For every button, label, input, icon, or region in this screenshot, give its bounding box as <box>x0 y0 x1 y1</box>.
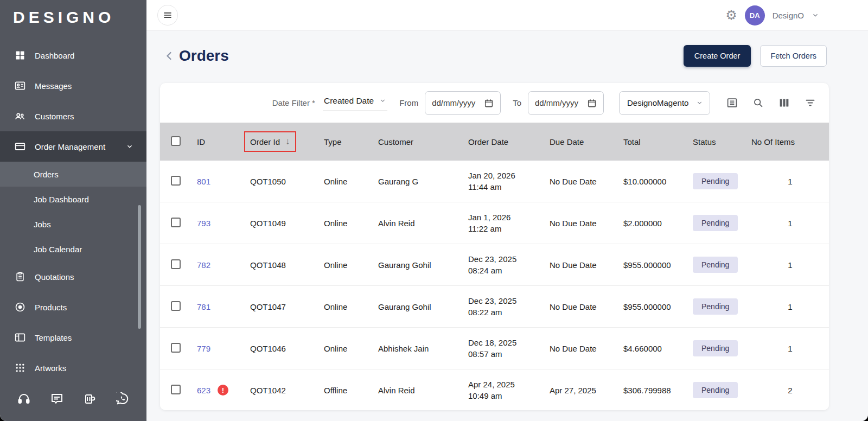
sidebar-item-dashboard[interactable]: Dashboard <box>0 40 146 71</box>
search-icon[interactable] <box>752 97 764 109</box>
chevron-down-icon <box>124 141 136 152</box>
order-id-link[interactable]: 793 <box>197 219 210 228</box>
sidebar-item-label: Jobs <box>34 220 51 229</box>
drink-icon[interactable] <box>83 392 96 406</box>
item-count-cell: 1 <box>788 302 792 311</box>
to-label: To <box>513 98 521 107</box>
date-filter-select[interactable]: Created Date <box>323 95 387 111</box>
order-date-line1: Dec 23, 2025 <box>468 295 550 307</box>
sidebar-item-jobs[interactable]: Jobs <box>0 212 146 237</box>
column-header-total[interactable]: Total <box>623 137 693 146</box>
column-header-order-id[interactable]: Order Id <box>250 137 280 146</box>
column-header-no-of-items[interactable]: No Of Items <box>751 137 829 146</box>
row-checkbox[interactable] <box>171 385 181 394</box>
sidebar-item-messages[interactable]: Messages <box>0 71 146 101</box>
store-select[interactable]: DesignoMagento <box>619 91 710 115</box>
user-avatar[interactable]: DA <box>745 5 765 25</box>
table-row: 781 ! QOT1047 Online Gaurang Gohil Dec 2… <box>160 286 829 328</box>
order-id-link[interactable]: 782 <box>197 260 210 270</box>
user-menu-chevron-icon[interactable] <box>812 11 819 19</box>
column-header-id[interactable]: ID <box>197 137 250 146</box>
table-row: 782 ! QOT1048 Online Gaurang Gohil Dec 2… <box>160 244 829 286</box>
column-header-due-date[interactable]: Due Date <box>550 137 623 146</box>
sidebar-item-label: Job Dashboard <box>34 195 89 204</box>
column-header-customer[interactable]: Customer <box>378 137 468 146</box>
select-all-checkbox[interactable] <box>171 136 181 146</box>
sidebar-item-customers[interactable]: Customers <box>0 101 146 131</box>
to-date-field[interactable] <box>528 91 604 115</box>
sidebar-item-orders[interactable]: Orders <box>0 162 146 187</box>
order-management-icon <box>14 141 26 152</box>
calendar-icon[interactable] <box>587 98 597 108</box>
sidebar: DESIGNO Dashboard Messages Customers <box>0 0 146 421</box>
row-checkbox[interactable] <box>171 176 181 186</box>
hamburger-menu-button[interactable] <box>157 5 178 25</box>
alert-icon: ! <box>218 385 228 396</box>
order-type-cell: Online <box>324 219 378 228</box>
due-date-cell: No Due Date <box>550 260 623 270</box>
quotations-icon <box>14 271 26 283</box>
row-checkbox[interactable] <box>171 343 181 353</box>
topbar: ⚙ DA DesignO <box>146 0 868 31</box>
fetch-orders-button[interactable]: Fetch Orders <box>760 45 827 67</box>
sidebar-item-label: Quotations <box>35 272 74 282</box>
sidebar-footer <box>0 392 146 406</box>
whatsapp-icon[interactable] <box>116 392 129 406</box>
order-number-cell: QOT1048 <box>250 260 324 270</box>
column-header-order-date[interactable]: Order Date <box>468 137 550 146</box>
from-date-field[interactable] <box>425 91 501 115</box>
sidebar-item-products[interactable]: Products <box>0 292 146 322</box>
customer-cell: Abhishek Jain <box>378 344 468 353</box>
settings-gear-icon[interactable]: ⚙ <box>725 9 737 22</box>
list-view-icon[interactable] <box>726 97 738 109</box>
table-toolbar: Date Filter * Created Date From To <box>160 83 829 123</box>
row-checkbox[interactable] <box>171 218 181 227</box>
order-date-line2: 08:57 am <box>468 348 550 360</box>
order-id-link[interactable]: 801 <box>197 177 210 186</box>
status-badge: Pending <box>693 382 738 398</box>
order-date-line2: 10:49 am <box>468 390 550 401</box>
from-date-input[interactable] <box>432 98 484 107</box>
table-header-row: ID Order Id ↓ Type Customer Order Date D… <box>160 123 829 161</box>
sort-desc-arrow-icon[interactable]: ↓ <box>285 136 290 147</box>
column-header-status[interactable]: Status <box>693 137 751 146</box>
order-number-cell: QOT1042 <box>250 386 324 395</box>
messages-icon <box>14 80 26 92</box>
calendar-icon[interactable] <box>484 98 494 108</box>
row-checkbox[interactable] <box>171 259 181 269</box>
chevron-down-icon <box>379 97 386 104</box>
date-filter-label: Date Filter * <box>272 98 315 107</box>
to-date-input[interactable] <box>535 98 587 107</box>
row-checkbox[interactable] <box>171 301 181 311</box>
orders-table-card: Date Filter * Created Date From To <box>160 83 829 410</box>
customer-cell: Gaurang G <box>378 177 468 186</box>
order-number-cell: QOT1047 <box>250 302 324 311</box>
sidebar-scrollbar[interactable] <box>138 205 141 329</box>
due-date-cell: No Due Date <box>550 219 623 228</box>
create-order-button[interactable]: Create Order <box>684 45 751 67</box>
chat-icon[interactable] <box>50 392 63 406</box>
column-header-type[interactable]: Type <box>324 137 378 146</box>
sidebar-item-job-dashboard[interactable]: Job Dashboard <box>0 187 146 212</box>
sidebar-item-quotations[interactable]: Quotations <box>0 261 146 292</box>
back-chevron-icon[interactable] <box>163 49 176 62</box>
total-cell: $4.660000 <box>623 344 693 353</box>
column-header-order-id-annotated[interactable]: Order Id ↓ <box>244 131 296 152</box>
order-type-cell: Online <box>324 260 378 270</box>
sidebar-item-order-management[interactable]: Order Management <box>0 131 146 162</box>
sidebar-item-templates[interactable]: Templates <box>0 322 146 353</box>
filter-icon[interactable] <box>805 97 816 109</box>
columns-icon[interactable] <box>778 97 790 109</box>
total-cell: $955.000000 <box>623 260 693 270</box>
headset-icon[interactable] <box>17 392 30 406</box>
sidebar-item-artworks[interactable]: Artworks <box>0 353 146 383</box>
table-row: 779 ! QOT1046 Online Abhishek Jain Dec 1… <box>160 328 829 369</box>
customer-cell: Alvin Reid <box>378 386 468 395</box>
order-date-cell: Jan 20, 2026 11:44 am <box>468 170 550 193</box>
order-id-link[interactable]: 779 <box>197 344 210 353</box>
sidebar-item-label: Orders <box>34 170 59 179</box>
order-id-link[interactable]: 623 <box>197 386 210 395</box>
sidebar-item-label: Job Calendar <box>34 245 82 254</box>
order-id-link[interactable]: 781 <box>197 302 210 311</box>
sidebar-item-job-calendar[interactable]: Job Calendar <box>0 237 146 261</box>
